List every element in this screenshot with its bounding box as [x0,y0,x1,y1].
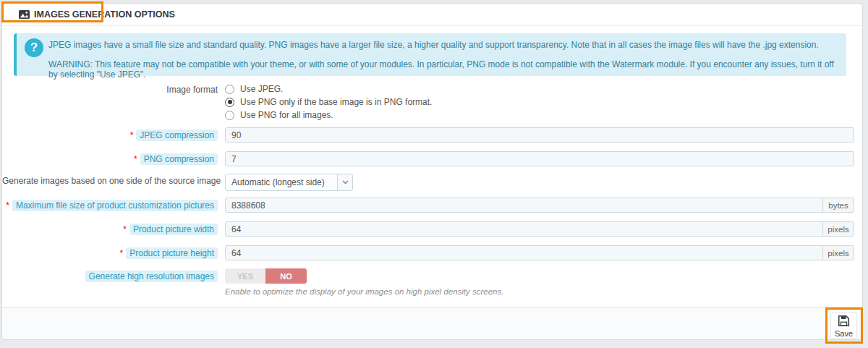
images-generation-options-page: { "colors": { "annotation_highlight": "#… [0,0,868,348]
image-format-row: Image format Use JPEG. Use PNG only if t… [2,82,854,122]
required-asterisk: * [134,154,137,164]
high-resolution-help-text: Enable to optimize the display of your i… [225,287,503,296]
base-side-row: Generate images based on one side of the… [2,174,854,191]
radio-label: Use PNG for all images. [240,110,333,120]
high-resolution-row: Generate high resolution images YES NO [2,268,854,284]
max-customization-size-label: *Maximum file size of product customizat… [2,198,218,211]
image-format-options: Use JPEG. Use PNG only if the base image… [225,82,854,122]
selected-option: Automatic (longest side) [226,177,337,187]
radio-icon[interactable] [225,85,234,94]
png-compression-label: *PNG compression [2,151,218,165]
base-side-label: Generate images based on one side of the… [2,174,218,186]
info-line-2: WARNING: This feature may not be compati… [48,59,835,80]
panel-header: IMAGES GENERATION OPTIONS [2,4,862,26]
png-compression-row: *PNG compression [2,151,854,166]
radio-option-use-png-base[interactable]: Use PNG only if the base image is in PNG… [225,96,854,109]
image-icon [19,10,30,19]
radio-label: Use PNG only if the base image is in PNG… [240,97,432,107]
save-button[interactable]: Save [830,313,857,339]
chevron-down-icon [337,174,352,190]
product-picture-width-row: *Product picture width pixels [2,221,854,237]
high-resolution-label: Generate high resolution images [2,268,218,282]
radio-option-use-jpeg[interactable]: Use JPEG. [225,82,854,96]
base-side-select[interactable]: Automatic (longest side) [225,174,353,191]
required-asterisk: * [130,130,134,140]
product-picture-width-label: *Product picture width [2,221,218,235]
max-customization-size-input[interactable] [225,198,823,213]
max-customization-size-row: *Maximum file size of product customizat… [2,198,854,213]
radio-option-use-png-all[interactable]: Use PNG for all images. [225,109,854,122]
radio-icon-checked[interactable] [225,98,234,107]
info-line-1: JPEG images have a small file size and s… [48,40,835,50]
radio-label: Use JPEG. [240,84,283,94]
jpeg-compression-label: *JPEG compression [2,127,218,141]
toggle-yes-button[interactable]: YES [225,268,265,284]
required-asterisk: * [123,224,127,234]
panel-footer: Save [2,307,862,339]
jpeg-compression-input[interactable] [225,127,854,143]
question-icon: ? [25,38,43,57]
radio-icon[interactable] [225,111,234,120]
product-picture-height-row: *Product picture height pixels [2,245,854,260]
toggle-no-button[interactable]: NO [265,268,307,284]
panel-title: IMAGES GENERATION OPTIONS [34,9,175,20]
save-button-label: Save [835,329,853,338]
unit-addon-bytes: bytes [822,198,854,213]
jpeg-compression-row: *JPEG compression [2,127,854,143]
product-picture-width-input[interactable] [225,221,823,237]
required-asterisk: * [120,248,124,258]
high-resolution-toggle: YES NO [225,268,854,284]
png-compression-input[interactable] [225,151,854,166]
info-alert: ? JPEG images have a small file size and… [14,33,846,76]
high-resolution-help-row: Enable to optimize the display of your i… [2,287,854,297]
unit-addon-pixels: pixels [822,245,854,260]
image-format-label: Image format [2,82,218,95]
unit-addon-pixels: pixels [822,221,854,237]
save-icon [838,315,850,329]
product-picture-height-input[interactable] [225,245,823,260]
product-picture-height-label: *Product picture height [2,245,218,259]
required-asterisk: * [6,200,9,211]
images-generation-options-panel: IMAGES GENERATION OPTIONS ? JPEG images … [1,3,863,340]
